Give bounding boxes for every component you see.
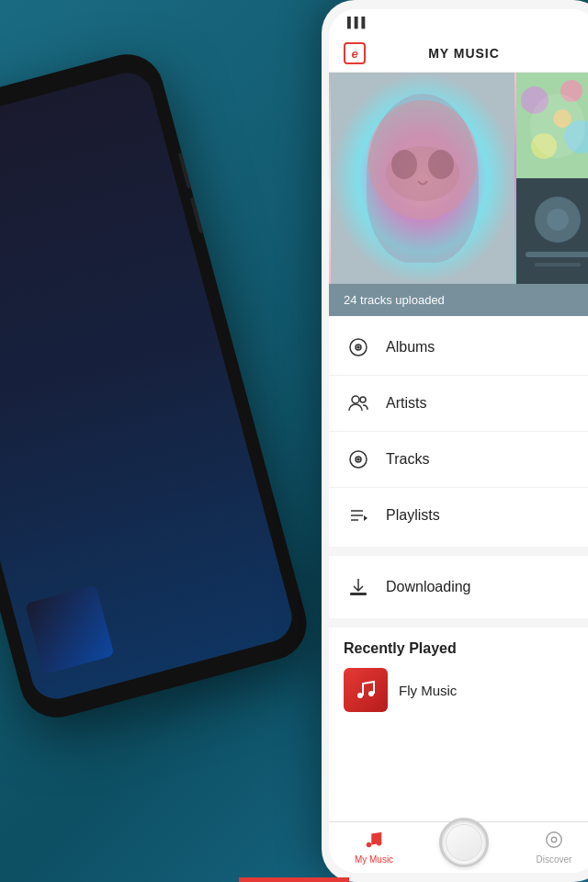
svg-point-30 [357, 693, 363, 698]
svg-rect-6 [516, 73, 588, 178]
music-note-icon [355, 679, 377, 701]
playlists-label: Playlists [386, 507, 440, 524]
now-playing-art [25, 584, 115, 674]
home-button[interactable] [439, 818, 489, 867]
fly-music-label: Fly Music [399, 683, 457, 698]
main-album-art [329, 73, 516, 284]
home-button-inner [446, 824, 482, 861]
svg-point-24 [357, 458, 359, 460]
fly-music-artwork [344, 668, 388, 712]
recently-played-title: Recently Played [344, 640, 584, 657]
svg-point-21 [360, 397, 366, 402]
svg-point-11 [553, 109, 571, 128]
svg-point-31 [368, 691, 374, 696]
menu-item-playlists[interactable]: Playlists [329, 488, 588, 543]
svg-point-8 [560, 80, 582, 102]
svg-point-20 [352, 396, 359, 403]
fly-music-item[interactable]: Fly Music [344, 668, 584, 712]
svg-point-4 [391, 150, 417, 179]
tracks-uploaded-banner: 24 tracks uploaded [329, 284, 588, 316]
menu-item-downloading[interactable]: Downloading [329, 560, 588, 615]
recently-played-section: Recently Played Fly Music [329, 628, 588, 719]
status-bar: ▐▐▐ [329, 9, 588, 35]
svg-rect-1 [331, 73, 514, 284]
white-phone-bezel: ▐▐▐ e MY MUSIC [329, 9, 588, 873]
downloading-label: Downloading [386, 579, 471, 595]
svg-point-38 [547, 831, 562, 847]
menu-item-albums[interactable]: Albums [329, 320, 588, 376]
svg-point-32 [367, 842, 372, 847]
skull-artwork [329, 73, 516, 284]
discover-tab-icon [542, 828, 566, 852]
svg-point-33 [377, 840, 382, 845]
music-menu: Albums Artists [329, 316, 588, 547]
svg-point-10 [531, 133, 557, 159]
tab-discover[interactable]: Discover [509, 828, 588, 865]
skull-svg [329, 73, 516, 284]
album-floral [516, 73, 588, 178]
tracks-label: Tracks [386, 451, 429, 468]
album-dark-cover [516, 178, 588, 284]
svg-point-14 [547, 209, 569, 231]
menu-item-tracks[interactable]: Tracks [329, 432, 588, 488]
album-art-grid [329, 73, 588, 284]
download-section: Downloading [329, 556, 588, 618]
albums-label: Albums [386, 339, 435, 356]
albums-icon [344, 333, 373, 362]
side-albums [516, 73, 588, 284]
dark-art [516, 178, 588, 284]
white-phone: ▐▐▐ e MY MUSIC [322, 0, 588, 882]
section-separator-2 [329, 618, 588, 628]
svg-point-39 [551, 837, 557, 842]
svg-point-19 [357, 346, 359, 348]
svg-rect-16 [535, 263, 581, 266]
app-header: e MY MUSIC [329, 35, 588, 73]
tab-my-music[interactable]: My Music [329, 828, 419, 865]
album-artwork-dark [25, 584, 115, 674]
artists-label: Artists [386, 395, 426, 412]
app-logo: e [344, 42, 366, 64]
page-title: MY MUSIC [428, 46, 500, 61]
section-separator [329, 547, 588, 556]
playlists-icon [344, 501, 373, 530]
tracks-icon [344, 445, 373, 474]
download-icon [344, 572, 373, 602]
artists-icon [344, 389, 373, 418]
discover-tab-label: Discover [537, 854, 572, 865]
svg-point-7 [521, 86, 548, 114]
svg-point-3 [386, 146, 459, 201]
svg-marker-28 [364, 515, 368, 521]
status-bar-left: ✱ 42% [0, 100, 131, 171]
brand-bar [239, 877, 349, 882]
svg-point-5 [428, 150, 454, 179]
tracks-count-text: 24 tracks uploaded [344, 293, 445, 307]
my-music-tab-icon [362, 828, 386, 852]
menu-item-artists[interactable]: Artists [329, 376, 588, 432]
svg-point-2 [368, 100, 478, 220]
svg-rect-29 [350, 593, 367, 595]
my-music-tab-label: My Music [355, 854, 393, 865]
floral-art [516, 73, 588, 178]
signal-icon: ▐▐▐ [344, 17, 365, 28]
svg-point-9 [564, 120, 588, 153]
svg-rect-15 [526, 252, 588, 257]
